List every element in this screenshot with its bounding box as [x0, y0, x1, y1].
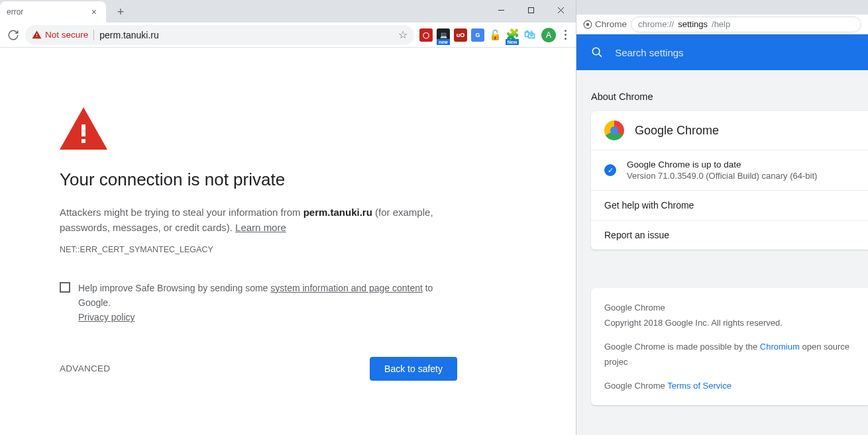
extension-icon[interactable]: 🧩New [506, 28, 519, 42]
window-close-button[interactable] [546, 0, 576, 20]
settings-content: About Chrome Google Chrome ✓ Google Chro… [576, 70, 868, 435]
chromium-link[interactable]: Chromium [760, 342, 800, 352]
ssl-interstitial: Your connection is not private Attackers… [60, 107, 457, 435]
new-tab-button[interactable]: + [111, 3, 130, 21]
window-controls [486, 0, 576, 20]
svg-rect-5 [81, 139, 85, 143]
back-to-safety-button[interactable]: Back to safety [370, 357, 457, 381]
opt-in-row: Help improve Safe Browsing by sending so… [60, 281, 457, 325]
browser-toolbar: Not secure perm.tanuki.ru ☆ ◯ 💻new uO G … [0, 23, 576, 48]
tab-close-icon[interactable]: × [89, 7, 99, 17]
omnibox-url: perm.tanuki.ru [99, 30, 158, 40]
report-issue-link[interactable]: Report an issue [591, 220, 868, 250]
product-row: Google Chrome [591, 111, 868, 150]
host-name: perm.tanuki.ru [303, 207, 372, 218]
address-bar[interactable]: Not secure perm.tanuki.ru ☆ [25, 25, 414, 45]
window-minimize-button[interactable] [486, 0, 516, 20]
update-status: Google Chrome is up to date [627, 160, 817, 169]
chrome-canary-logo-icon [604, 121, 624, 140]
interstitial-body: Attackers might be trying to steal your … [60, 205, 457, 236]
extension-icon[interactable]: 🛍 [523, 28, 536, 42]
warning-triangle-icon [60, 107, 457, 150]
footer-chromium: Google Chrome is made possible by the Ch… [604, 339, 855, 370]
privacy-error-window: error × + Not secure perm.tanuki.ru ☆ ◯ … [0, 0, 576, 435]
check-circle-icon: ✓ [604, 164, 616, 176]
site-chip[interactable]: Chrome [583, 19, 627, 29]
search-icon [591, 46, 603, 59]
extension-icon[interactable]: uO [454, 28, 467, 42]
privacy-policy-link[interactable]: Privacy policy [78, 312, 135, 322]
extension-icons: ◯ 💻new uO G 🔓 🧩New 🛍 [417, 28, 539, 42]
footer-tos: Google Chrome Terms of Service [604, 378, 855, 393]
window-maximize-button[interactable] [516, 0, 546, 20]
opt-in-checkbox[interactable] [60, 282, 70, 293]
browser-tab[interactable]: error × [0, 1, 106, 23]
opt-in-details-link[interactable]: system information and page content [270, 283, 423, 293]
extension-icon[interactable]: G [471, 28, 484, 42]
interstitial-heading: Your connection is not private [60, 169, 457, 190]
extension-icon[interactable]: 💻new [437, 28, 450, 42]
browser-toolbar: Chrome chrome://settings/help [576, 15, 868, 34]
svg-rect-1 [529, 7, 534, 13]
about-card: Google Chrome ✓ Google Chrome is up to d… [591, 111, 868, 250]
bookmark-star-icon[interactable]: ☆ [398, 28, 407, 41]
learn-more-link[interactable]: Learn more [235, 222, 286, 233]
footer-product: Google Chrome [604, 300, 855, 315]
not-secure-label: Not secure [45, 30, 88, 40]
address-bar[interactable]: chrome://settings/help [631, 17, 861, 32]
extension-icon[interactable]: 🔓 [488, 28, 502, 42]
chrome-icon [583, 20, 592, 29]
about-footer: Google Chrome Copyright 2018 Google Inc.… [591, 288, 868, 405]
tab-strip [576, 0, 868, 15]
svg-point-8 [592, 48, 600, 55]
settings-search-bar [576, 34, 868, 70]
svg-point-7 [586, 23, 590, 26]
reload-button[interactable] [4, 26, 23, 44]
svg-line-9 [598, 54, 602, 57]
footer-copyright: Copyright 2018 Google Inc. All rights re… [604, 315, 855, 330]
chrome-menu-button[interactable] [559, 30, 572, 40]
tos-link[interactable]: Terms of Service [667, 381, 732, 391]
advanced-button[interactable]: ADVANCED [60, 363, 110, 373]
omnibox-separator [93, 30, 94, 40]
version-row: ✓ Google Chrome is up to date Version 71… [591, 150, 868, 190]
svg-rect-4 [81, 124, 85, 136]
tab-title: error [7, 7, 89, 17]
settings-window: Chrome chrome://settings/help About Chro… [576, 0, 868, 435]
extension-icon[interactable]: ◯ [419, 28, 433, 42]
section-title: About Chrome [576, 83, 868, 111]
tab-strip: error × + [0, 0, 576, 23]
get-help-link[interactable]: Get help with Chrome [591, 190, 868, 220]
profile-avatar[interactable]: A [541, 28, 556, 42]
product-name: Google Chrome [635, 124, 719, 138]
error-code: NET::ERR_CERT_SYMANTEC_LEGACY [60, 245, 457, 254]
security-indicator[interactable]: Not secure [32, 30, 88, 40]
version-string: Version 71.0.3549.0 (Official Build) can… [627, 171, 817, 181]
settings-search-input[interactable] [615, 47, 853, 58]
page-content: Your connection is not private Attackers… [0, 48, 576, 435]
interstitial-actions: ADVANCED Back to safety [60, 357, 457, 381]
